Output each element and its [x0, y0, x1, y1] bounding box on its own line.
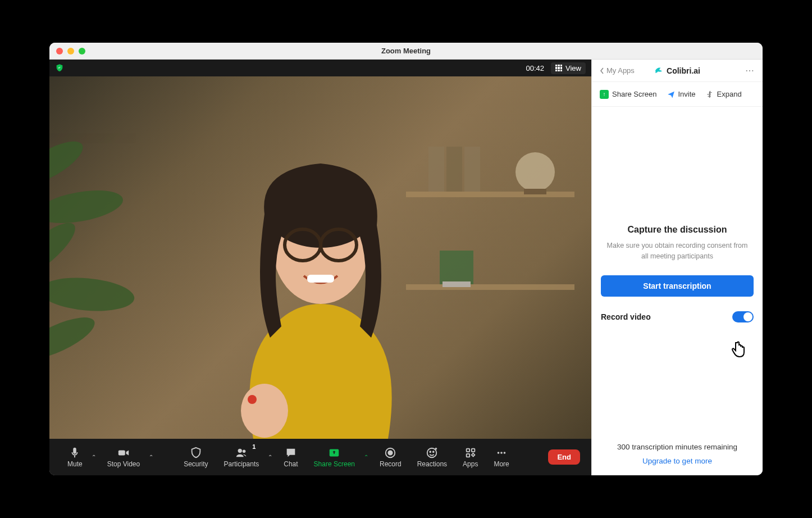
expand-icon — [706, 90, 714, 98]
participants-menu-caret[interactable]: ⌃ — [266, 444, 275, 470]
record-video-label: Record video — [601, 312, 651, 321]
svg-point-3 — [49, 274, 136, 315]
chat-button[interactable]: Chat — [277, 444, 304, 470]
svg-point-1 — [49, 185, 125, 229]
share-menu-caret[interactable]: ⌃ — [362, 444, 371, 470]
window-title: Zoom Meeting — [49, 47, 763, 55]
svg-rect-18 — [307, 275, 334, 283]
window-body: 00:42 View — [49, 60, 763, 475]
video-menu-caret[interactable]: ⌃ — [147, 444, 156, 470]
panel-footer: 300 transcription minutes remaining Upgr… — [601, 443, 754, 475]
record-button[interactable]: Record — [373, 444, 408, 470]
chat-icon — [285, 447, 297, 459]
svg-rect-21 — [74, 455, 75, 457]
svg-point-20 — [248, 395, 257, 404]
chat-label: Chat — [284, 460, 298, 468]
share-screen-button[interactable]: Share Screen — [307, 444, 362, 470]
svg-point-38 — [504, 452, 506, 454]
svg-point-24 — [243, 449, 246, 453]
invite-label: Invite — [678, 90, 696, 98]
shield-icon[interactable] — [55, 63, 64, 72]
panel-invite[interactable]: Invite — [667, 90, 696, 98]
stop-video-button[interactable]: Stop Video — [101, 444, 147, 470]
back-label: My Apps — [606, 66, 635, 75]
minutes-remaining: 300 transcription minutes remaining — [601, 443, 754, 451]
start-transcription-button[interactable]: Start transcription — [601, 275, 754, 297]
mute-label: Mute — [67, 460, 83, 468]
svg-point-2 — [49, 215, 83, 287]
svg-point-23 — [238, 448, 241, 452]
top-right-controls: 00:42 View — [526, 62, 586, 74]
colibri-icon — [654, 66, 663, 75]
view-button[interactable]: View — [551, 62, 586, 74]
panel-expand[interactable]: Expand — [706, 90, 742, 98]
svg-rect-35 — [466, 453, 469, 457]
record-icon — [384, 447, 396, 459]
svg-point-4 — [49, 310, 100, 367]
people-icon — [235, 447, 248, 459]
participants-label: Participants — [224, 460, 259, 468]
smile-icon — [426, 447, 438, 459]
video-feed[interactable] — [49, 76, 591, 439]
expand-label: Expand — [717, 90, 742, 98]
svg-rect-33 — [466, 448, 469, 452]
svg-point-0 — [49, 133, 89, 193]
window-maximize-button[interactable] — [79, 48, 85, 54]
svg-rect-34 — [472, 448, 475, 452]
video-area: 00:42 View — [49, 60, 591, 475]
share-screen-icon — [328, 447, 340, 459]
svg-point-36 — [498, 452, 500, 454]
app-name: Colibri.ai — [667, 66, 700, 75]
zoom-window: Zoom Meeting 00:42 View — [49, 43, 763, 475]
window-minimize-button[interactable] — [67, 48, 74, 54]
record-label: Record — [380, 460, 402, 468]
more-button[interactable]: More — [487, 444, 516, 470]
capture-section: Capture the discussion Make sure you obt… — [601, 225, 754, 322]
share-screen-label: Share Screen — [314, 460, 355, 468]
side-panel: My Apps Colibri.ai ⋯ ↑ Share Screen Invi… — [591, 60, 763, 475]
record-video-toggle[interactable] — [732, 311, 754, 322]
chevron-left-icon — [600, 67, 604, 74]
background-plant — [49, 104, 167, 385]
end-button[interactable]: End — [548, 449, 580, 465]
stop-video-label: Stop Video — [107, 460, 140, 468]
security-label: Security — [184, 460, 208, 468]
grid-icon — [555, 65, 562, 71]
panel-header: My Apps Colibri.ai ⋯ — [592, 60, 763, 82]
panel-more-button[interactable]: ⋯ — [745, 65, 755, 76]
mute-button[interactable]: Mute — [61, 444, 89, 470]
participants-count: 1 — [252, 443, 256, 450]
upgrade-link[interactable]: Upgrade to get more — [601, 457, 754, 465]
panel-body: Capture the discussion Make sure you obt… — [592, 107, 763, 475]
svg-rect-9 — [464, 147, 480, 192]
reactions-label: Reactions — [417, 460, 447, 468]
svg-point-27 — [389, 451, 393, 455]
reactions-button[interactable]: Reactions — [410, 444, 454, 470]
security-button[interactable]: Security — [177, 444, 215, 470]
svg-rect-22 — [118, 450, 125, 455]
meeting-controls: Mute ⌃ Stop Video ⌃ Security — [49, 439, 591, 475]
participants-button[interactable]: 1 Participants — [217, 444, 266, 470]
back-my-apps[interactable]: My Apps — [600, 66, 635, 75]
panel-actions: ↑ Share Screen Invite Expand — [592, 82, 763, 107]
apps-icon — [464, 447, 477, 459]
record-video-row: Record video — [601, 311, 754, 322]
microphone-icon — [69, 447, 81, 459]
panel-share-screen[interactable]: ↑ Share Screen — [600, 90, 657, 99]
video-top-bar: 00:42 View — [49, 60, 591, 76]
more-icon — [495, 447, 508, 459]
window-close-button[interactable] — [56, 48, 63, 54]
svg-point-28 — [427, 448, 437, 457]
apps-button[interactable]: Apps — [456, 444, 485, 470]
svg-point-10 — [516, 152, 555, 192]
mute-menu-caret[interactable]: ⌃ — [89, 444, 98, 470]
share-label: Share Screen — [612, 90, 657, 98]
traffic-lights — [49, 48, 85, 54]
shield-outline-icon — [190, 447, 202, 459]
svg-point-29 — [430, 451, 431, 452]
meeting-timer: 00:42 — [526, 64, 545, 72]
send-icon — [667, 90, 675, 98]
more-label: More — [494, 460, 509, 468]
cursor-pointer-icon — [730, 340, 747, 361]
share-up-icon: ↑ — [600, 90, 609, 99]
